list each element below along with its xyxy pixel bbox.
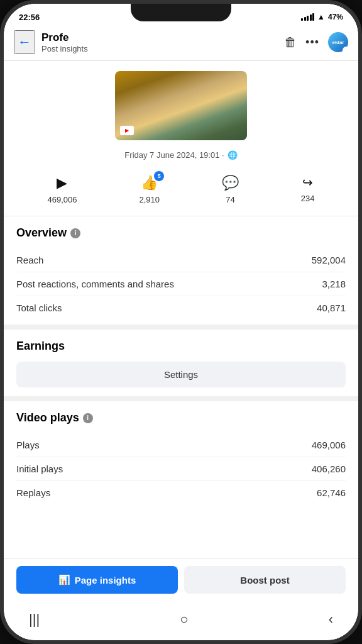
metric-plays: Plays 469,006 xyxy=(16,433,346,457)
app-header: ← Profe Post insights 🗑 ••• eldar ▾ xyxy=(4,26,358,61)
overview-info-icon[interactable]: i xyxy=(70,228,80,238)
nav-back-button[interactable]: ‹ xyxy=(329,611,333,628)
share-icon: ↪ xyxy=(302,175,313,190)
comment-icon: 💬 xyxy=(222,175,239,191)
status-icons: ▲ 47% xyxy=(301,13,343,21)
metric-initial-plays: Initial plays 406,260 xyxy=(16,457,346,481)
header-subtitle: Post insights xyxy=(41,44,278,53)
battery-label: 47% xyxy=(328,13,343,21)
comments-value: 74 xyxy=(226,195,234,204)
video-plays-section: Video plays i Plays 469,006 Initial play… xyxy=(4,401,358,509)
header-title: Profe xyxy=(41,31,278,44)
header-title-block: Profe Post insights xyxy=(41,31,278,53)
reactions-label: Post reactions, comments and shares xyxy=(16,279,174,289)
boost-post-button[interactable]: Boost post xyxy=(184,566,346,594)
status-time: 22:56 xyxy=(19,13,40,22)
page-insights-label: Page insights xyxy=(75,575,136,586)
reactions-total-value: 3,218 xyxy=(322,279,346,289)
metric-clicks: Total clicks 40,871 xyxy=(16,296,346,319)
video-thumbnail-container xyxy=(4,61,358,147)
bottom-action-bar: 📊 Page insights Boost post xyxy=(4,558,358,605)
stats-row: ▶ 469,006 👍 5 2,910 💬 74 ↪ 234 xyxy=(4,169,358,216)
overview-section: Overview i Reach 592,004 Post reactions,… xyxy=(4,216,358,325)
nav-menu-button[interactable]: ||| xyxy=(29,611,40,628)
shares-value: 234 xyxy=(301,194,315,203)
chevron-down-icon: ▾ xyxy=(343,47,350,54)
reactions-value: 2,910 xyxy=(139,195,160,204)
initial-plays-value: 406,260 xyxy=(312,464,346,474)
overview-title: Overview i xyxy=(16,226,346,240)
status-bar: 22:56 ▲ 47% xyxy=(4,4,358,26)
avatar[interactable]: eldar ▾ xyxy=(328,32,348,52)
earnings-section: Earnings Settings xyxy=(4,330,358,396)
reactions-badge: 5 xyxy=(154,171,164,181)
plays-label: Plays xyxy=(16,440,40,450)
reach-label: Reach xyxy=(16,255,43,265)
stat-plays: ▶ 469,006 xyxy=(47,175,77,204)
initial-plays-label: Initial plays xyxy=(16,464,63,474)
wifi-icon: ▲ xyxy=(317,13,325,21)
replays-label: Replays xyxy=(16,487,50,498)
reach-value: 592,004 xyxy=(312,255,346,265)
main-content: Friday 7 June 2024, 19:01 · 🌐 ▶ 469,006 … xyxy=(4,61,358,558)
video-plays-title: Video plays i xyxy=(16,411,346,425)
post-date-text: Friday 7 June 2024, 19:01 · xyxy=(124,150,224,160)
metric-reactions: Post reactions, comments and shares 3,21… xyxy=(16,272,346,296)
play-icon: ▶ xyxy=(57,175,67,191)
stat-reactions: 👍 5 2,910 xyxy=(139,175,160,204)
stat-comments: 💬 74 xyxy=(222,175,239,204)
metric-replays: Replays 62,746 xyxy=(16,481,346,504)
signal-icon xyxy=(301,13,314,21)
plays-total-value: 469,006 xyxy=(312,440,346,450)
replays-value: 62,746 xyxy=(317,487,346,498)
post-date: Friday 7 June 2024, 19:01 · 🌐 xyxy=(4,147,358,169)
avatar-label: eldar xyxy=(332,40,344,45)
clicks-value: 40,871 xyxy=(317,303,346,313)
nav-home-button[interactable]: ○ xyxy=(180,611,188,628)
page-insights-button[interactable]: 📊 Page insights xyxy=(16,566,178,594)
stat-shares: ↪ 234 xyxy=(301,175,315,204)
like-icon: 👍 5 xyxy=(141,175,158,191)
nav-bar: ||| ○ ‹ xyxy=(4,605,358,640)
divider-2 xyxy=(4,396,358,401)
back-button[interactable]: ← xyxy=(14,30,35,54)
metric-reach: Reach 592,004 xyxy=(16,248,346,272)
delete-icon[interactable]: 🗑 xyxy=(284,35,297,50)
globe-icon: 🌐 xyxy=(228,150,238,160)
more-options-icon[interactable]: ••• xyxy=(305,36,319,49)
video-plays-info-icon[interactable]: i xyxy=(83,413,93,423)
clicks-label: Total clicks xyxy=(16,303,62,313)
header-actions: 🗑 ••• eldar ▾ xyxy=(284,32,348,52)
earnings-title: Earnings xyxy=(16,340,346,353)
video-thumbnail[interactable] xyxy=(115,71,247,140)
plays-value: 469,006 xyxy=(47,195,77,204)
divider-1 xyxy=(4,325,358,330)
youtube-icon xyxy=(120,126,134,135)
video-overlay xyxy=(120,126,134,135)
page-insights-icon: 📊 xyxy=(58,574,70,586)
settings-button[interactable]: Settings xyxy=(16,362,346,387)
